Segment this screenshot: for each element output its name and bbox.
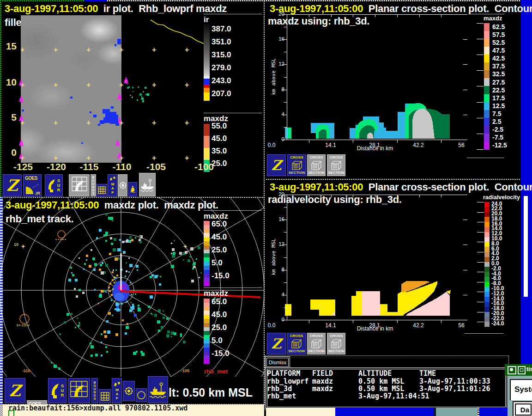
data-button[interactable]: Da	[515, 404, 532, 416]
colorbar-separator	[204, 288, 262, 288]
radar-echo	[114, 282, 115, 283]
cross-section-button-active[interactable]: CROSS SECTION	[287, 154, 306, 176]
titlebar-menu-icon[interactable]	[508, 366, 516, 374]
radar-echo	[99, 229, 102, 232]
colorbar-segment	[484, 94, 490, 103]
grid-plus-mark: +	[185, 46, 189, 54]
radar-echo	[116, 275, 118, 276]
section-label: SECTION	[308, 349, 325, 353]
toolbar-optic-button[interactable]	[123, 381, 135, 401]
taskbar-segment-cream[interactable]	[266, 408, 335, 416]
toolbar-zebra-button[interactable]: Z	[267, 333, 286, 355]
circle-glyph	[510, 368, 513, 371]
toolbar-surveillance-button[interactable]: SUR	[45, 174, 63, 196]
cross-section-button[interactable]: CROSS SECTION	[307, 154, 326, 176]
radar-echo	[132, 304, 134, 306]
colorbar-segment	[484, 62, 490, 71]
radar-echo	[91, 355, 93, 357]
toolbar-zebra-button[interactable]: Z	[5, 378, 25, 403]
colorbar-segment	[204, 323, 210, 327]
y-major-tick-right	[463, 220, 467, 220]
toolbar-ship-button[interactable]	[148, 376, 168, 403]
x-tick-label: 0.0	[260, 322, 283, 329]
toolbar-subgrid-button[interactable]	[99, 389, 111, 403]
colorbar-segment	[484, 47, 490, 55]
radar-echo	[132, 97, 133, 98]
time-window-title: tim	[526, 366, 532, 373]
colorbar-segment	[204, 250, 210, 254]
colorbar-tick-label: 279.0	[212, 64, 231, 72]
toolbar-subgrid-button[interactable]	[97, 184, 107, 196]
cross-section-button-active[interactable]: CROSS SECTION	[287, 333, 306, 355]
terminal-cursor	[8, 410, 14, 416]
toolbar-optic-button[interactable]	[118, 174, 127, 196]
toolbar-bounds-button[interactable]: BOUNDS	[91, 378, 98, 403]
cross-section-button[interactable]: CROSS SECTION	[327, 333, 345, 355]
terminal-window[interactable]: rain:beaufait:156>xdump.all 970802.1105.…	[3, 404, 264, 416]
toolbar-ship-button[interactable]	[139, 173, 156, 196]
toolbar-map-button[interactable]: MAP	[108, 174, 117, 196]
grid-plus-mark: +	[86, 119, 91, 127]
ir-cold-cloud	[81, 142, 83, 144]
radar-echo	[136, 351, 138, 353]
radar-echo	[171, 265, 174, 268]
cross-section-button[interactable]: CROSS SECTION	[327, 154, 345, 176]
toolbar-zebra-button[interactable]: Z	[267, 154, 286, 176]
colorbar-scale-tick	[477, 302, 484, 302]
dismiss-button-frame: Dismiss	[265, 356, 290, 368]
colorbar-segment	[204, 124, 210, 136]
radar-echo	[59, 367, 60, 369]
taskbar-segment-teal[interactable]	[436, 408, 478, 416]
ir-x-tick-label: -125	[5, 161, 42, 172]
cube-icon	[310, 339, 322, 349]
colorbar-segment	[484, 317, 490, 322]
time-window-titlebar[interactable]: tim	[505, 364, 532, 376]
sur-label: SUR	[56, 178, 60, 192]
cube-icon	[310, 160, 322, 171]
colorbar-tick-label: 45.0	[212, 311, 227, 319]
radar-echo	[115, 269, 117, 271]
colorbar-scale-tick	[477, 23, 484, 24]
section-label: SECTION	[328, 349, 345, 353]
radar-echo	[77, 318, 78, 319]
colorbar-separator	[204, 113, 262, 113]
radar-echo	[89, 265, 91, 268]
radar-echo	[129, 264, 133, 267]
ppi-colorbar2-label: maxdz	[204, 289, 228, 298]
radar-echo	[136, 265, 139, 268]
cross-section-button[interactable]: CROSS SECTION	[307, 333, 326, 355]
colorbar-scale-tick	[477, 86, 484, 86]
map-icon	[109, 176, 116, 182]
colorbar-scale-tick	[477, 202, 484, 202]
scrollbar-thumb[interactable]	[524, 196, 528, 297]
toolbar-goes-ir-button[interactable]: GOES .IR	[23, 174, 42, 196]
radar-echo	[159, 283, 161, 286]
radar-echo	[139, 236, 141, 238]
toolbar-grid-radar-button[interactable]	[69, 174, 90, 196]
toolbar-bounds-button[interactable]: BOUNDS	[91, 174, 96, 196]
radar-echo	[101, 342, 102, 343]
toolbar-zebra-button[interactable]: Z	[3, 174, 22, 196]
taskbar-segment-blue[interactable]	[335, 408, 434, 416]
toolbar-buoy-button[interactable]	[128, 182, 137, 196]
toolbar-surveillance-button[interactable]: SUR	[48, 378, 66, 403]
toolbar-circle-button[interactable]	[136, 388, 147, 402]
toolbar-map-button[interactable]: MAP	[112, 378, 122, 403]
toolbar-grid-radar-button[interactable]	[68, 378, 90, 403]
radar-echo	[96, 237, 98, 239]
x-tick-label: 14.1	[320, 322, 342, 329]
radar-echo	[105, 240, 107, 242]
colorbar-tick-label: 37.5	[492, 63, 505, 70]
radar-echo	[115, 303, 119, 306]
dismiss-button[interactable]: Dismiss	[266, 358, 289, 367]
radar-echo	[129, 309, 132, 312]
colorbar-segment	[484, 78, 490, 86]
radar-echo	[103, 291, 105, 292]
grid-plus-mark: +	[183, 243, 187, 250]
titlebar-minimize-icon[interactable]	[518, 366, 526, 374]
colorbar-segment	[484, 277, 490, 282]
radar-echo	[150, 295, 153, 299]
radar-echo	[135, 237, 136, 239]
y-minor-tick	[284, 77, 287, 78]
info-table-cell: rhb_met	[267, 392, 296, 400]
